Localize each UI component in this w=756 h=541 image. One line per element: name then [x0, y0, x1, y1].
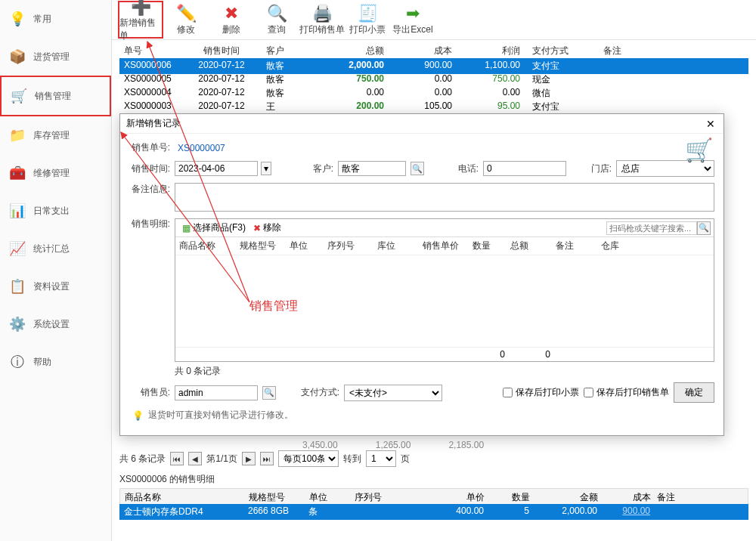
sidebar-item-data[interactable]: 📋资料设置: [0, 267, 111, 305]
edit-button[interactable]: ✏️修改: [163, 1, 209, 39]
pencil-icon: ✏️: [176, 4, 197, 23]
seller-search-icon[interactable]: 🔍: [262, 386, 276, 400]
cell-profit: 95.00: [460, 100, 528, 113]
remove-button[interactable]: ✖移除: [249, 221, 285, 235]
print-order-checkbox[interactable]: 保存后打印销售单: [584, 386, 669, 399]
cell-order: XS0000003: [119, 100, 180, 113]
add-sales-button[interactable]: ➕新增销售单: [118, 1, 163, 39]
scan-input[interactable]: [606, 221, 697, 235]
sidebar-item-repair[interactable]: 🧰维修管理: [0, 154, 111, 192]
piechart-icon: 📈: [9, 240, 26, 257]
cell-pay: 支付宝: [528, 60, 603, 73]
customer-input[interactable]: [338, 161, 406, 176]
sidebar-item-common[interactable]: 💡常用: [0, 0, 111, 38]
cell-amt: 750.00: [324, 73, 392, 86]
per-page-select[interactable]: 每页100条: [278, 450, 339, 467]
page-suffix: 页: [401, 453, 410, 465]
detail-name: 金士顿内存条DDR4: [119, 505, 248, 518]
detail-header: 商品名称 规格型号 单位 序列号 库位 销售单价 数量 总额 备注 仓库: [175, 237, 714, 255]
sidebar-item-sales[interactable]: 🛒销售管理: [0, 76, 111, 116]
calendar-icon[interactable]: ▾: [261, 162, 271, 175]
folder-icon: 📁: [9, 127, 26, 144]
query-button[interactable]: 🔍查询: [254, 1, 299, 39]
btn-label: 打印销售单: [299, 23, 345, 36]
cell-date: 2020-07-12: [180, 87, 263, 100]
plus-icon: ➕: [131, 0, 151, 17]
first-page-button[interactable]: ⏮: [170, 452, 184, 465]
note-label: 备注信息:: [129, 183, 170, 196]
cell-pay: 支付宝: [528, 100, 603, 113]
seller-label: 销售员:: [129, 386, 170, 399]
cell-profit: 1,100.00: [460, 60, 528, 73]
detail-spec: 2666 8GB: [248, 505, 308, 518]
delete-button[interactable]: ✖删除: [209, 1, 254, 39]
col-date: 销售时间: [180, 45, 263, 57]
select-goods-button[interactable]: ▦选择商品(F3): [178, 221, 249, 235]
btn-label: 修改: [177, 23, 195, 36]
sidebar-item-inventory[interactable]: 📁库存管理: [0, 116, 111, 154]
cell-cost: 0.00: [392, 87, 460, 100]
next-page-button[interactable]: ▶: [242, 452, 256, 465]
cell-pay: 现金: [528, 73, 603, 86]
dialog-titlebar: 新增销售记录 ✕: [120, 114, 723, 134]
print-receipt-checkbox[interactable]: 保存后打印小票: [503, 386, 579, 399]
cell-order: XS0000006: [119, 60, 180, 73]
prev-page-button[interactable]: ◀: [188, 452, 202, 465]
det-foot-qty: 0: [472, 349, 510, 360]
cell-date: 2020-07-12: [180, 60, 263, 73]
phone-input[interactable]: [483, 161, 566, 176]
date-input[interactable]: [175, 161, 258, 176]
sidebar-label: 日常支出: [33, 205, 70, 218]
sidebar-label: 常用: [33, 13, 51, 26]
phone-label: 电话:: [448, 162, 479, 175]
toolbar: ➕新增销售单 ✏️修改 ✖删除 🔍查询 🖨️打印销售单 🧾打印小票 ➡导出Exc…: [112, 0, 756, 40]
detail-section-title: XS0000006 的销售明细: [119, 473, 215, 486]
detail-panel: ▦选择商品(F3) ✖移除 🔍 商品名称 规格型号 单位 序列号 库位 销售单价…: [175, 218, 714, 362]
cell-cust: 散客: [263, 87, 324, 100]
sidebar-item-purchase[interactable]: 📦进货管理: [0, 38, 111, 76]
seller-input[interactable]: [175, 385, 258, 400]
detail-grid-row[interactable]: 金士顿内存条DDR4 2666 8GB 条 400.00 5 2,000.00 …: [119, 504, 748, 520]
sidebar-item-expense[interactable]: 📊日常支出: [0, 192, 111, 230]
scan-search-icon[interactable]: 🔍: [697, 221, 711, 235]
print-order-button[interactable]: 🖨️打印销售单: [299, 1, 345, 39]
detail-label: 销售明细:: [129, 218, 170, 230]
sidebar-label: 维修管理: [33, 167, 70, 180]
gear-icon: ⚙️: [9, 316, 26, 332]
detail-cost[interactable]: 900.00: [603, 505, 656, 518]
cell-cost: 105.00: [392, 100, 460, 113]
sidebar-label: 系统设置: [33, 318, 70, 331]
order-no-value: XS0000007: [175, 143, 225, 153]
x-small-icon: ✖: [253, 223, 261, 233]
paymode-select[interactable]: <未支付>: [344, 385, 442, 401]
last-page-button[interactable]: ⏭: [260, 452, 274, 465]
cust-label: 客户:: [303, 162, 333, 175]
print-receipt-button[interactable]: 🧾打印小票: [345, 1, 390, 39]
sidebar-item-stats[interactable]: 📈统计汇总: [0, 230, 111, 267]
sidebar-item-system[interactable]: ⚙️系统设置: [0, 305, 111, 343]
shopping-cart-icon: 🛒: [685, 137, 713, 163]
export-excel-button[interactable]: ➡导出Excel: [390, 1, 435, 39]
note-textarea[interactable]: [175, 183, 714, 212]
doc-icon: 📋: [9, 278, 26, 295]
close-button[interactable]: ✕: [704, 118, 717, 130]
customer-search-icon[interactable]: 🔍: [411, 162, 424, 175]
bulb-small-icon: 💡: [132, 410, 144, 421]
cell-cost: 0.00: [392, 73, 460, 86]
store-label: 门店:: [581, 162, 612, 175]
sidebar-item-help[interactable]: ⓘ帮助: [0, 343, 111, 381]
toolbox-icon: 🧰: [9, 165, 26, 181]
pager: 共 6 条记录 ⏮ ◀ 第1/1页 ▶ ⏭ 每页100条 转到 1 页: [119, 450, 410, 467]
col-profit: 利润: [460, 45, 528, 57]
goto-select[interactable]: 1: [366, 450, 396, 467]
cell-cust: 散客: [263, 60, 324, 73]
totals-row: 3,450.001,265.002,185.00: [302, 440, 484, 450]
ok-button[interactable]: 确定: [674, 382, 714, 403]
cell-order: XS0000005: [119, 73, 180, 86]
dialog-title: 新增销售记录: [126, 117, 181, 130]
cell-profit: 0.00: [460, 87, 528, 100]
sales-row[interactable]: XS0000003 2020-07-12 王 200.00 105.00 95.…: [119, 99, 748, 115]
btn-label: 删除: [222, 23, 240, 36]
sidebar-label: 销售管理: [35, 90, 71, 103]
detail-price: 400.00: [445, 505, 490, 518]
